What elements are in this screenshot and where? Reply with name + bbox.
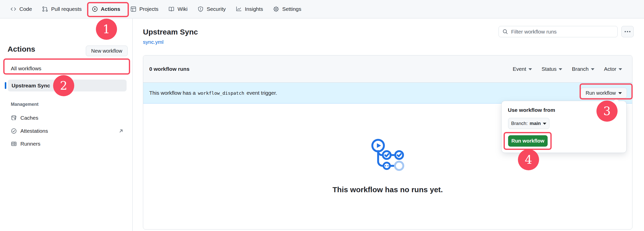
nav-tab-code[interactable]: Code	[10, 6, 32, 12]
nav-tab-label: Wiki	[177, 6, 187, 12]
workflow-dispatch-code: workflow_dispatch	[198, 90, 244, 96]
gear-icon	[273, 6, 279, 12]
nav-tab-insights[interactable]: Insights	[236, 6, 263, 12]
run-workflow-dropdown-label: Run workflow	[586, 90, 616, 96]
run-workflow-panel: Use workflow from Branch: main Run workf…	[501, 101, 627, 153]
filter-label: Branch	[572, 66, 589, 72]
pull-request-icon	[42, 6, 48, 12]
nav-tab-label: Actions	[101, 6, 120, 12]
chevron-down-icon	[591, 68, 594, 70]
nav-tab-label: Settings	[282, 6, 301, 12]
table-icon	[130, 6, 136, 12]
management-section-label: Management	[11, 102, 39, 107]
chevron-down-icon	[528, 68, 532, 70]
run-workflow-dropdown-button[interactable]: Run workflow	[581, 88, 627, 98]
nav-tab-label: Security	[207, 6, 226, 12]
nav-tab-label: Insights	[245, 6, 263, 12]
chevron-down-icon	[619, 68, 622, 70]
filter-actor-dropdown[interactable]: Actor	[604, 66, 622, 72]
server-icon	[11, 141, 17, 147]
branch-selector-button[interactable]: Branch: main	[508, 118, 549, 129]
selected-accent-bar	[5, 82, 6, 89]
chevron-down-icon	[559, 68, 562, 70]
actions-sidebar: Actions New workflow All workflows Upstr…	[0, 19, 133, 231]
sidebar-item-label: Caches	[20, 115, 38, 121]
filter-status-dropdown[interactable]: Status	[542, 66, 562, 72]
github-actions-page: Code Pull requests Actions Projects Wiki…	[0, 0, 644, 231]
branch-label: Branch:	[511, 121, 527, 126]
repo-tab-nav: Code Pull requests Actions Projects Wiki…	[0, 0, 644, 18]
nav-tab-actions[interactable]: Actions	[92, 6, 120, 12]
sidebar-item-label: All workflows	[11, 65, 41, 72]
banner-text-after: event trigger.	[247, 90, 277, 96]
runs-count: 0 workflow runs	[149, 66, 190, 72]
book-icon	[168, 6, 174, 12]
sidebar-item-upstream-sync[interactable]: Upstream Sync	[8, 80, 127, 91]
workflow-dispatch-banner: This workflow has a workflow_dispatch ev…	[143, 83, 632, 104]
new-workflow-button[interactable]: New workflow	[86, 46, 128, 56]
nav-tab-label: Pull requests	[51, 6, 82, 12]
kebab-dot	[625, 31, 626, 32]
nav-tab-label: Projects	[139, 6, 159, 12]
empty-state-illustration	[370, 138, 405, 174]
arrow-up-right-icon	[119, 128, 124, 134]
filter-label: Actor	[604, 66, 616, 72]
code-icon	[10, 6, 16, 12]
nav-tab-label: Code	[19, 6, 32, 12]
kebab-dot	[627, 31, 628, 32]
chevron-down-icon	[543, 123, 546, 125]
shield-icon	[198, 6, 204, 12]
nav-tab-projects[interactable]: Projects	[130, 6, 159, 12]
page-title: Upstream Sync	[143, 28, 198, 36]
cache-icon	[11, 115, 17, 121]
filter-workflow-runs-box	[499, 26, 618, 37]
search-icon	[502, 29, 508, 35]
workflow-graph-icon	[370, 138, 405, 173]
graph-icon	[236, 6, 242, 12]
workflow-options-kebab-button[interactable]	[621, 26, 634, 37]
empty-state-message: This workflow has no runs yet.	[143, 185, 632, 194]
kebab-dot	[629, 31, 630, 32]
nav-tab-security[interactable]: Security	[198, 6, 226, 12]
nav-tab-pull-requests[interactable]: Pull requests	[42, 6, 82, 12]
workflow-file-link[interactable]: sync.yml	[143, 39, 164, 45]
sidebar-item-label: Attestations	[20, 128, 48, 134]
nav-tab-wiki[interactable]: Wiki	[168, 6, 187, 12]
sidebar-item-runners[interactable]: Runners	[7, 138, 127, 149]
branch-value: main	[530, 121, 541, 126]
sidebar-item-all-workflows[interactable]: All workflows	[7, 63, 127, 74]
play-circle-icon	[92, 6, 98, 12]
runs-list-header: 0 workflow runs Event Status Branch Acto…	[143, 55, 632, 83]
runs-filters: Event Status Branch Actor	[513, 66, 622, 72]
sidebar-item-label: Upstream Sync	[12, 83, 50, 89]
banner-text-before: This workflow has a	[149, 90, 196, 96]
chevron-down-icon	[618, 92, 622, 94]
sidebar-item-attestations[interactable]: Attestations	[7, 125, 127, 137]
run-workflow-confirm-button[interactable]: Run workflow	[508, 135, 548, 147]
verified-icon	[11, 128, 17, 134]
banner-text: This workflow has a workflow_dispatch ev…	[149, 90, 277, 96]
nav-tab-settings[interactable]: Settings	[273, 6, 301, 12]
use-workflow-from-label: Use workflow from	[508, 107, 555, 113]
sidebar-title: Actions	[8, 45, 35, 53]
filter-workflow-runs-input[interactable]	[511, 29, 614, 35]
sidebar-item-label: Runners	[20, 141, 40, 147]
sidebar-item-caches[interactable]: Caches	[7, 112, 127, 123]
filter-event-dropdown[interactable]: Event	[513, 66, 532, 72]
filter-label: Status	[542, 66, 557, 72]
filter-branch-dropdown[interactable]: Branch	[572, 66, 594, 72]
filter-label: Event	[513, 66, 526, 72]
